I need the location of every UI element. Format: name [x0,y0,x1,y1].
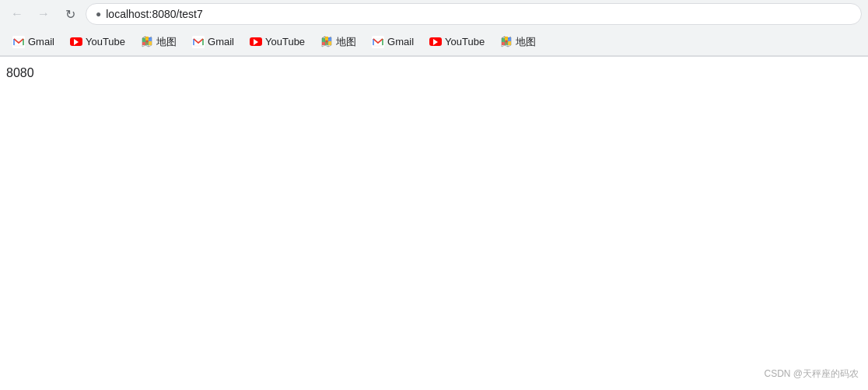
bookmark-label: 地图 [156,35,177,49]
svg-rect-1 [142,38,145,42]
svg-point-7 [146,40,149,42]
lock-icon: ● [96,9,101,19]
address-text: localhost:8080/test7 [106,8,203,20]
page-content: 8080 [0,57,868,90]
maps-icon [500,36,513,48]
bookmark-label: Gmail [387,36,414,47]
svg-point-15 [326,40,328,42]
forward-button[interactable]: → [33,3,54,25]
bookmark-item-gmail2[interactable]: Gmail [186,33,240,51]
maps-icon [320,36,333,48]
bookmark-item-maps3[interactable]: 地图 [494,32,542,52]
svg-rect-3 [149,37,152,41]
svg-rect-14 [328,41,331,45]
bookmarks-bar: GmailYouTube 地图 G [0,28,868,56]
svg-rect-4 [142,42,145,45]
page-main-text: 8080 [6,66,862,80]
bookmark-item-youtube3[interactable]: YouTube [423,33,491,51]
browser-chrome: ← → ↻ ● localhost:8080/test7 GmailYouTub… [0,0,868,57]
bookmark-item-maps2[interactable]: 地图 [314,32,362,52]
bookmark-item-gmail1[interactable]: Gmail [6,33,61,51]
bookmark-label: YouTube [445,36,485,47]
bookmark-label: YouTube [86,36,125,47]
bookmark-label: YouTube [265,36,305,47]
svg-rect-11 [328,37,331,41]
svg-rect-10 [325,37,328,40]
gmail-icon [372,36,384,48]
bookmark-label: Gmail [28,36,54,47]
svg-rect-19 [508,37,511,41]
youtube-icon [429,37,442,46]
browser-titlebar: ← → ↻ ● localhost:8080/test7 [0,0,868,28]
svg-rect-9 [322,38,325,42]
bookmark-label: 地图 [336,35,356,49]
bookmark-item-maps1[interactable]: 地图 [135,32,183,52]
maps-icon [141,36,153,48]
gmail-icon [12,36,25,48]
gmail-icon [192,36,205,48]
svg-rect-18 [505,37,508,40]
svg-rect-20 [502,42,505,45]
address-bar[interactable]: ● localhost:8080/test7 [86,3,862,25]
svg-rect-17 [502,38,505,42]
svg-rect-22 [508,41,511,45]
youtube-icon [250,37,262,46]
svg-point-23 [506,40,508,42]
bookmark-item-gmail3[interactable]: Gmail [366,33,420,51]
bookmark-item-youtube2[interactable]: YouTube [243,33,311,51]
svg-rect-6 [149,41,152,45]
svg-rect-2 [145,37,149,40]
back-button[interactable]: ← [6,3,28,25]
youtube-icon [70,37,82,46]
svg-rect-12 [322,42,325,45]
bookmark-label: 地图 [516,35,536,49]
reload-button[interactable]: ↻ [59,3,81,25]
bookmark-label: Gmail [208,36,234,47]
bookmark-item-youtube1[interactable]: YouTube [64,33,131,51]
